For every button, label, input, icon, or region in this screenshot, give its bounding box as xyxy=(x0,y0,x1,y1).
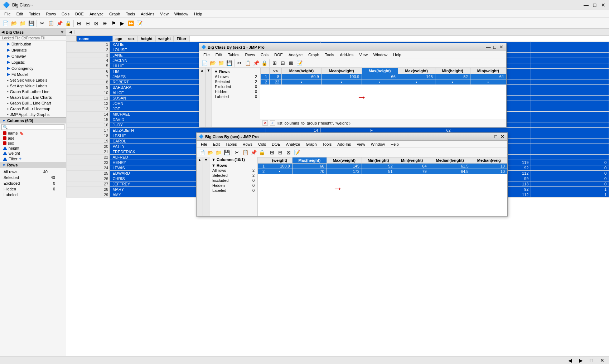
float-win2-tb12[interactable]: 📝 xyxy=(293,149,301,156)
toolbar-cut[interactable]: ✂ xyxy=(38,19,46,27)
float-win2-data-area[interactable]: (weight) Max(height) Max(weight) Min(hei… xyxy=(258,157,507,216)
float-win1-menu-edit[interactable]: Edit xyxy=(213,52,225,58)
float-win2-tb1[interactable]: 📄 xyxy=(198,149,206,156)
float-win1-cmd-icon-ok[interactable]: ✓ xyxy=(270,120,275,126)
nav-graph-buil-line[interactable]: • Graph Buil...other Line xyxy=(0,89,66,94)
float-win2-maximize[interactable]: □ xyxy=(493,134,499,140)
float-win2-row-2[interactable]: 2 • 70 172 51 79 64.5 10 xyxy=(258,169,507,174)
float-win1-maximize[interactable]: □ xyxy=(492,44,498,50)
float-win2-tb9[interactable]: ⊞ xyxy=(268,149,276,156)
float-win1-tb8[interactable]: 🔒 xyxy=(260,59,268,67)
float-win1-menu-rows[interactable]: Rows xyxy=(242,52,258,58)
menu-view[interactable]: View xyxy=(157,11,171,17)
col-header-weight[interactable]: weight xyxy=(156,36,174,42)
float-win2-menu-view[interactable]: View xyxy=(354,141,368,147)
float-win1-menu-doe[interactable]: DOE xyxy=(271,52,286,58)
toolbar-flag[interactable]: ⚑ xyxy=(110,19,117,27)
nav-set-age-labels[interactable]: • Set Age Value Labels xyxy=(0,83,66,89)
toolbar-run2[interactable]: ⏩ xyxy=(127,19,135,27)
float-win1-tb5[interactable]: ✂ xyxy=(236,59,243,67)
float-win2-menu-tables[interactable]: Tables xyxy=(223,141,240,147)
left-panel-expand-icon[interactable]: ▼ xyxy=(60,29,64,35)
float-win2-menu-analyze[interactable]: Analyze xyxy=(283,141,303,147)
nav-graph-buil-linechart[interactable]: • Graph Buil... Line Chart xyxy=(0,100,66,106)
float-win2-col-maxhgt[interactable]: Max(height) xyxy=(292,157,327,164)
float-win2-minimize[interactable]: — xyxy=(487,134,492,140)
toolbar-run[interactable]: ▶ xyxy=(118,19,126,27)
float-win1-tb12[interactable]: 📝 xyxy=(295,59,303,67)
float-win2-tb2[interactable]: 📂 xyxy=(206,149,214,156)
float-win1-menu-window[interactable]: Window xyxy=(371,52,390,58)
toolbar-new[interactable]: 📄 xyxy=(1,19,9,27)
maximize-button[interactable]: □ xyxy=(592,2,598,8)
float-win1-col-meanhgt[interactable]: Mean(height) xyxy=(282,68,321,74)
float-win2-tb5[interactable]: ✂ xyxy=(233,149,241,156)
float-win1-tb7[interactable]: 📌 xyxy=(252,59,260,67)
nav-contingency[interactable]: ▶ Contingency xyxy=(0,65,66,71)
nav-jmp-appli[interactable]: • JMP Appli...lity Graphs xyxy=(0,112,66,117)
float-win1-tb9[interactable]: ⊞ xyxy=(271,59,279,67)
float-win2-tb8[interactable]: 🔒 xyxy=(258,149,266,156)
float-win1-tb2[interactable]: 📂 xyxy=(209,59,217,67)
float-win2-row-1[interactable]: 1 100.9 66 145 52 64 61.5 10 xyxy=(258,164,507,169)
status-close-btn[interactable]: ✕ xyxy=(598,356,606,364)
toolbar-lock[interactable]: 🔒 xyxy=(64,19,72,27)
float-win2-col-medwgt[interactable]: Median(weig xyxy=(471,157,507,164)
float-win1-close[interactable]: ✕ xyxy=(498,44,504,50)
minimize-button[interactable]: — xyxy=(583,2,589,8)
menu-rows[interactable]: Rows xyxy=(43,11,59,17)
float-win1-nav-up[interactable]: ▲ xyxy=(200,68,204,72)
col-item-filter[interactable]: Filter + xyxy=(0,156,66,162)
status-fwd-btn[interactable]: ▶ xyxy=(577,356,585,364)
toolbar-open2[interactable]: 📁 xyxy=(19,19,26,27)
column-search-input[interactable] xyxy=(1,124,64,130)
float-win1-col-meanwgt[interactable]: Mean(weight) xyxy=(321,68,362,74)
menu-window[interactable]: Window xyxy=(171,11,191,17)
float-win1-tb4[interactable]: 💾 xyxy=(225,59,233,67)
float-win1-minimize[interactable]: — xyxy=(485,44,491,50)
col-item-name[interactable]: name 🔖 xyxy=(0,131,66,136)
float-win1-row-2[interactable]: 2 22 • • • • • • xyxy=(261,79,506,85)
float-win2-tb11[interactable]: ⊠ xyxy=(285,149,293,156)
toolbar-grid3[interactable]: ⊠ xyxy=(92,19,100,27)
float-win2-tb6[interactable]: 📋 xyxy=(241,149,249,156)
col-header-age[interactable]: age xyxy=(113,36,125,42)
float-win1-menu-addins[interactable]: Add-Ins xyxy=(337,52,356,58)
col-header-name[interactable]: name xyxy=(77,36,113,42)
toolbar-copy[interactable]: 📋 xyxy=(47,19,55,27)
float-win2-menu-graph[interactable]: Graph xyxy=(303,141,320,147)
float-win2-tb4[interactable]: 💾 xyxy=(223,149,231,156)
toolbar-script[interactable]: 📝 xyxy=(135,19,143,27)
float-win2-menu-cols[interactable]: Cols xyxy=(255,141,269,147)
nav-fit-model[interactable]: ▶ Fit Model xyxy=(0,71,66,77)
float-win1-col-maxwgt[interactable]: Max(weight) xyxy=(398,68,435,74)
float-win2-menu-rows[interactable]: Rows xyxy=(240,141,256,147)
float-win2-menu-tools[interactable]: Tools xyxy=(320,141,335,147)
float-win2-menu-edit[interactable]: Edit xyxy=(210,141,223,147)
menu-doe[interactable]: DOE xyxy=(72,11,87,17)
nav-distribution[interactable]: ▶ Distribution xyxy=(0,41,66,47)
toolbar-paste[interactable]: 📌 xyxy=(55,19,63,27)
float-win2-col-maxwgt[interactable]: Max(weight) xyxy=(327,157,362,164)
status-stop-btn[interactable]: □ xyxy=(588,356,595,364)
float-win2-menu-addins[interactable]: Add-Ins xyxy=(334,141,354,147)
menu-analyze[interactable]: Analyze xyxy=(87,11,106,17)
float-win2-tb10[interactable]: ⊟ xyxy=(276,149,284,156)
float-win2-menu-help[interactable]: Help xyxy=(388,141,402,147)
float-win1-menu-view[interactable]: View xyxy=(356,52,371,58)
float-win2-menu-file[interactable]: File xyxy=(198,141,210,147)
col-header-sex[interactable]: sex xyxy=(125,36,138,42)
toolbar-grid[interactable]: ⊞ xyxy=(75,19,83,27)
toolbar-open[interactable]: 📂 xyxy=(10,19,18,27)
grid-nav-left[interactable]: ◀ xyxy=(66,30,75,34)
nav-set-sex-labels[interactable]: • Set Sex Value Labels xyxy=(0,77,66,83)
float-win2-menu-window[interactable]: Window xyxy=(368,141,388,147)
nav-graph-buil-heatmap[interactable]: • Graph Buil...r Heatmap xyxy=(0,106,66,112)
float-win1-scroll[interactable]: vs Mean(height) Mean(weight) Max(height)… xyxy=(260,68,506,119)
float-win1-tb1[interactable]: 📄 xyxy=(200,59,208,67)
float-win1-tb6[interactable]: 📋 xyxy=(244,59,252,67)
nav-logistic[interactable]: ▶ Logistic xyxy=(0,59,66,65)
float-win1-menu-tables[interactable]: Tables xyxy=(225,52,242,58)
float-win1-menu-cols[interactable]: Cols xyxy=(258,52,271,58)
menu-tables[interactable]: Tables xyxy=(26,11,43,17)
